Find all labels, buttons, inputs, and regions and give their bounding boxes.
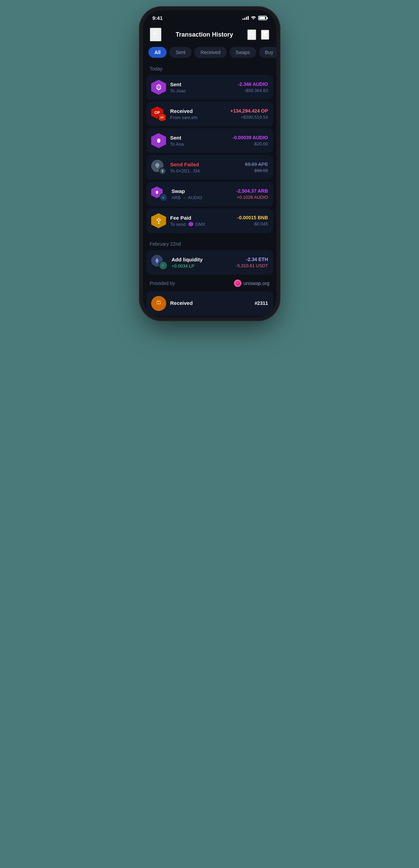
tx-info-4: Send Failed To 0×2f21...f34 <box>170 161 241 173</box>
tx-subtitle-7: +0.0034 LP <box>172 263 232 269</box>
tx-title-7: Add liquidity <box>172 257 232 262</box>
header: Transaction History <box>143 24 276 47</box>
tx-primary-amount-2: +134,294.424 OP <box>230 108 268 114</box>
back-button[interactable] <box>150 28 161 41</box>
tx-info-2: Received From sam.eth <box>170 108 226 120</box>
tx-subtitle-5: ARB → AUDIO <box>172 195 232 200</box>
gmx-token-icon <box>188 222 193 226</box>
transaction-list-today: Sent To Joao -2.346 AUDIO -$99,364.83 OP… <box>143 75 276 234</box>
tx-subtitle-2: From sam.eth <box>170 115 226 120</box>
tx-subtitle-1: To Joao <box>170 88 234 93</box>
tx-info-1: Sent To Joao <box>170 81 234 93</box>
tab-sent[interactable]: Sent <box>169 47 192 58</box>
tx-amounts-5: -2,504.37 ARB +0.1028 AUDIO <box>236 188 268 200</box>
tx-secondary-amount-5: +0.1028 AUDIO <box>236 195 268 200</box>
tx-info-last: Received <box>170 300 251 307</box>
status-time: 9:41 <box>153 15 163 21</box>
transaction-item[interactable]: A Swap ARB → AUDIO -2,504.37 ARB +0.1028… <box>146 182 273 206</box>
battery-icon <box>258 16 267 20</box>
swap-arrow-icon: → <box>182 195 186 200</box>
tx-icon-bnb <box>151 213 166 228</box>
tx-icon-swap: A <box>151 186 168 202</box>
tx-title-1: Sent <box>170 81 234 87</box>
tx-secondary-amount-4: $96.55 <box>245 168 268 173</box>
tx-primary-amount-5: -2,504.37 ARB <box>236 188 268 194</box>
tab-buy[interactable]: Buy <box>259 47 276 58</box>
tx-primary-amount-7: -2.34 ETH <box>236 257 268 262</box>
tab-all[interactable]: All <box>148 47 167 58</box>
tx-info-5: Swap ARB → AUDIO <box>172 188 232 200</box>
tx-title-last: Received <box>170 300 251 306</box>
transaction-item[interactable]: Send Failed To 0×2f21...f34 69.69 APE $9… <box>146 155 273 180</box>
provider-section: Provided by uniswap.org <box>143 276 276 291</box>
tx-icon-audio-1 <box>151 80 166 95</box>
provider-link[interactable]: uniswap.org <box>234 280 270 287</box>
phone-frame: 9:41 Transaction History <box>143 10 276 317</box>
tx-subtitle-6: To send GMX <box>170 222 234 227</box>
filter-tabs: All Sent Received Swaps Buy Se <box>143 47 276 63</box>
provider-label: Provided by <box>150 281 175 286</box>
tx-icon-audio-2 <box>151 133 166 148</box>
tx-secondary-amount-3: -$20.00 <box>233 141 268 146</box>
notch <box>187 10 232 23</box>
tx-amounts-2: +134,294.424 OP +$390,519.54 <box>230 108 268 120</box>
transaction-item-partial[interactable]: Received #2311 <box>146 291 273 316</box>
section-feb-label: February 22nd <box>143 238 276 250</box>
tx-amounts-4: 69.69 APE $96.55 <box>245 161 268 173</box>
tx-title-5: Swap <box>172 188 232 194</box>
tx-title-2: Received <box>170 108 226 114</box>
tx-info-6: Fee Paid To send GMX <box>170 215 234 227</box>
status-icons <box>243 15 267 21</box>
tx-icon-ape <box>151 160 166 175</box>
tx-secondary-amount-2: +$390,519.54 <box>230 115 268 120</box>
tx-info-7: Add liquidity +0.0034 LP <box>172 257 232 269</box>
page-title: Transaction History <box>175 31 233 38</box>
transaction-list-feb: T Add liquidity +0.0034 LP -2.34 ETH -5,… <box>143 250 276 276</box>
tx-amounts-7: -2.34 ETH -5,310.61 USDT <box>236 257 268 268</box>
transaction-item[interactable]: Fee Paid To send GMX -0.00015 BNB -$0.04… <box>146 208 273 233</box>
provider-name: uniswap.org <box>244 281 270 286</box>
transaction-item[interactable]: Sent To Ana -0.00039 AUDIO -$20.00 <box>146 128 273 153</box>
tab-received[interactable]: Received <box>194 47 226 58</box>
section-today-label: Today <box>143 63 276 75</box>
tx-primary-amount-6: -0.00015 BNB <box>237 215 268 220</box>
tx-icon-op: OP OP <box>151 106 166 121</box>
header-actions <box>247 29 269 40</box>
tx-subtitle-4: To 0×2f21...f34 <box>170 168 241 173</box>
svg-point-3 <box>159 302 160 303</box>
tx-secondary-amount-6: -$0.045 <box>237 221 268 226</box>
search-button[interactable] <box>247 29 256 40</box>
tx-icon-eth-usdt: T <box>151 255 168 270</box>
tx-info-3: Sent To Ana <box>170 135 228 147</box>
tx-title-6: Fee Paid <box>170 215 234 221</box>
transaction-item[interactable]: T Add liquidity +0.0034 LP -2.34 ETH -5,… <box>146 250 273 275</box>
tx-primary-amount-1: -2.346 AUDIO <box>238 81 268 87</box>
filter-button[interactable] <box>261 30 269 40</box>
tx-primary-amount-3: -0.00039 AUDIO <box>233 135 268 140</box>
tx-amounts-1: -2.346 AUDIO -$99,364.83 <box>238 81 268 93</box>
tx-primary-amount-4: 69.69 APE <box>245 161 268 167</box>
transaction-item[interactable]: Sent To Joao -2.346 AUDIO -$99,364.83 <box>146 75 273 100</box>
tx-title-4: Send Failed <box>170 161 241 167</box>
tab-swaps[interactable]: Swaps <box>230 47 256 58</box>
tx-amounts-last: #2311 <box>255 300 268 307</box>
transaction-item[interactable]: OP OP Received From sam.eth +134,294.424… <box>146 102 273 126</box>
tx-amounts-6: -0.00015 BNB -$0.045 <box>237 215 268 226</box>
tx-secondary-amount-1: -$99,364.83 <box>238 88 268 93</box>
transaction-list-partial: Received #2311 <box>143 291 276 317</box>
tx-badge-last: #2311 <box>255 300 268 306</box>
tx-title-3: Sent <box>170 135 228 141</box>
tx-amounts-3: -0.00039 AUDIO -$20.00 <box>233 135 268 146</box>
wifi-icon <box>251 15 256 21</box>
tx-subtitle-3: To Ana <box>170 142 228 147</box>
uniswap-logo <box>234 280 241 287</box>
signal-bars-icon <box>243 16 249 20</box>
tx-icon-nft <box>151 296 166 311</box>
tx-secondary-amount-7: -5,310.61 USDT <box>236 263 268 268</box>
svg-point-2 <box>157 302 158 303</box>
